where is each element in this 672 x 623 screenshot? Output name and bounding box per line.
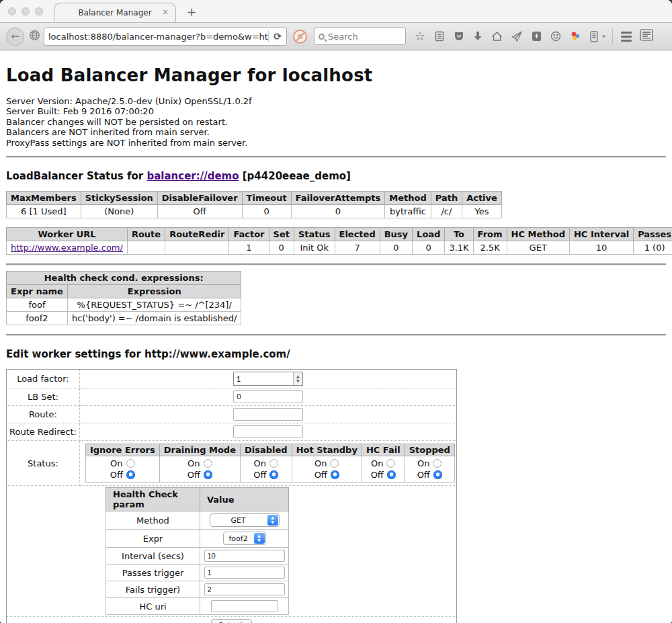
page-title: Load Balancer Manager for localhost — [6, 50, 666, 85]
disabled-off-radio[interactable] — [269, 470, 278, 479]
hc-expr-select[interactable]: foof2 ▲▼ — [223, 532, 266, 545]
route-label: Route: — [7, 406, 80, 423]
load-factor-label: Load factor: — [7, 370, 80, 388]
divider — [6, 156, 666, 158]
hamburger-menu-icon[interactable] — [621, 32, 632, 42]
route-redirect-input[interactable] — [233, 425, 303, 438]
pocket-icon[interactable] — [454, 31, 464, 42]
ignore-errors-off-radio[interactable] — [126, 470, 135, 479]
hc-method-label: Method — [106, 511, 200, 530]
grid-icon[interactable] — [640, 29, 653, 44]
search-input[interactable]: Search — [314, 28, 406, 45]
load-factor-input[interactable] — [234, 372, 293, 385]
balancer-status-table: MaxMembers StickySession DisableFailover… — [6, 191, 502, 218]
hot-standby-off-radio[interactable] — [331, 470, 339, 479]
hc-fails-input[interactable] — [204, 583, 285, 595]
status-hc-fail-cell: On Off — [362, 456, 405, 483]
server-built: Server Built: Feb 9 2016 07:00:20 — [6, 106, 666, 116]
stopped-off-radio[interactable] — [433, 470, 442, 479]
note-balancers: Balancers are NOT inherited from main se… — [6, 127, 666, 137]
page-content: Load Balancer Manager for localhost Serv… — [0, 50, 672, 623]
divider — [6, 263, 666, 265]
minimize-window-button[interactable] — [22, 7, 30, 15]
url-bar[interactable]: localhost:8880/balancer-manager?b=demo&w… — [44, 28, 287, 46]
back-icon[interactable]: ← — [6, 28, 24, 46]
save-to-device-icon[interactable] — [532, 31, 542, 42]
browser-window: Balancer Manager × + ← localhost:8880/ba… — [0, 0, 672, 623]
account-dots-icon[interactable] — [570, 31, 581, 42]
form-row-health-check: Health Check param Value Method GET ▲▼ — [7, 486, 457, 617]
health-check-table: Health Check param Value Method GET ▲▼ — [106, 487, 289, 615]
draining-mode-on-radio[interactable] — [204, 459, 212, 468]
zoom-window-button[interactable] — [35, 7, 43, 15]
worker-status-table: Worker URL Route RouteRedir Factor Set S… — [6, 227, 672, 255]
form-row-route: Route: — [7, 406, 457, 423]
spinner-arrows-icon[interactable]: ▲▼ — [293, 372, 302, 385]
edit-worker-heading: Edit worker settings for http://www.exam… — [6, 348, 666, 360]
note-persist: Balancer changes will NOT be persisted o… — [6, 117, 666, 127]
balancer-demo-link[interactable]: balancer://demo — [146, 170, 239, 182]
site-globe-icon — [29, 30, 40, 44]
load-factor-stepper[interactable]: ▲▼ — [233, 372, 303, 386]
download-icon[interactable] — [473, 31, 482, 42]
tab-close-icon[interactable]: × — [162, 8, 169, 16]
lb-set-input[interactable] — [233, 390, 303, 403]
search-icon — [319, 34, 325, 40]
sidebar-panel-icon[interactable] — [590, 31, 598, 42]
submit-button[interactable]: Submit — [211, 619, 252, 623]
form-row-load-factor: Load factor: ▲▼ — [7, 370, 457, 388]
hc-interval-input[interactable] — [204, 550, 285, 562]
status-ignore-errors-cell: On Off — [85, 456, 159, 483]
new-tab-button[interactable]: + — [187, 5, 196, 19]
disabled-on-radio[interactable] — [269, 459, 278, 468]
hc-passes-input[interactable] — [204, 567, 285, 579]
tab-bar: Balancer Manager × + — [0, 0, 672, 23]
url-text[interactable]: localhost:8880/balancer-manager?b=demo&w… — [44, 32, 268, 42]
tab-balancer-manager[interactable]: Balancer Manager × — [54, 3, 176, 22]
select-arrows-icon: ▲▼ — [254, 533, 265, 544]
table-row: Fails trigger) — [106, 581, 289, 598]
tab-title: Balancer Manager — [78, 8, 151, 17]
table-row: HC uri — [106, 598, 289, 615]
hc-method-select[interactable]: GET ▲▼ — [210, 513, 280, 527]
form-row-status: Status: Ignore Errors Draining Mode Disa… — [7, 441, 457, 486]
form-row-lb-set: LB Set: — [7, 388, 457, 406]
select-arrows-icon: ▲▼ — [267, 515, 278, 526]
table-row: foof2 hc('body') =~ /domain is establish… — [7, 312, 241, 325]
close-window-button[interactable] — [8, 7, 16, 15]
status-draining-mode-cell: On Off — [159, 456, 240, 483]
server-version: Server Version: Apache/2.5.0-dev (Unix) … — [6, 96, 666, 106]
home-icon[interactable] — [491, 31, 503, 42]
server-info: Server Version: Apache/2.5.0-dev (Unix) … — [6, 96, 666, 148]
table-row: Interval (secs) — [106, 548, 289, 565]
form-row-submit: Submit — [7, 617, 457, 623]
table-row: Method GET ▲▼ — [106, 511, 289, 530]
nav-toolbar: ← localhost:8880/balancer-manager?b=demo… — [0, 23, 672, 50]
bookmark-star-icon[interactable]: ☆ — [415, 30, 425, 42]
send-icon[interactable] — [511, 31, 523, 42]
hc-fails-label: Fails trigger) — [106, 581, 200, 598]
table-row: foof %{REQUEST_STATUS} =~ /^[234]/ — [7, 298, 241, 312]
reading-list-icon[interactable] — [434, 31, 445, 42]
draining-mode-off-radio[interactable] — [204, 470, 212, 479]
status-hot-standby-cell: On Off — [292, 456, 362, 483]
edit-worker-form: Load factor: ▲▼ LB Set: Route: Route Red… — [6, 369, 457, 623]
status-radio-table: Ignore Errors Draining Mode Disabled Hot… — [85, 444, 455, 483]
table-row: Passes trigger — [106, 565, 289, 581]
reload-icon[interactable]: ⟳ — [269, 31, 286, 42]
content-blocked-icon[interactable] — [293, 30, 307, 44]
hc-fail-on-radio[interactable] — [386, 459, 395, 468]
lb-set-label: LB Set: — [7, 388, 80, 406]
window-controls[interactable] — [8, 7, 43, 15]
note-proxypass: ProxyPass settings are NOT inherited fro… — [6, 138, 666, 148]
chevron-down-icon[interactable]: ▾ — [602, 33, 605, 40]
stopped-on-radio[interactable] — [433, 459, 442, 468]
route-redirect-label: Route Redirect: — [7, 423, 80, 441]
feedback-smiley-icon[interactable] — [550, 31, 561, 42]
hot-standby-on-radio[interactable] — [330, 459, 339, 468]
ignore-errors-on-radio[interactable] — [126, 459, 135, 468]
hc-uri-input[interactable] — [211, 600, 278, 612]
route-input[interactable] — [233, 408, 303, 421]
worker-url-link[interactable]: http://www.example.com/ — [11, 243, 123, 253]
hc-fail-off-radio[interactable] — [387, 470, 396, 479]
